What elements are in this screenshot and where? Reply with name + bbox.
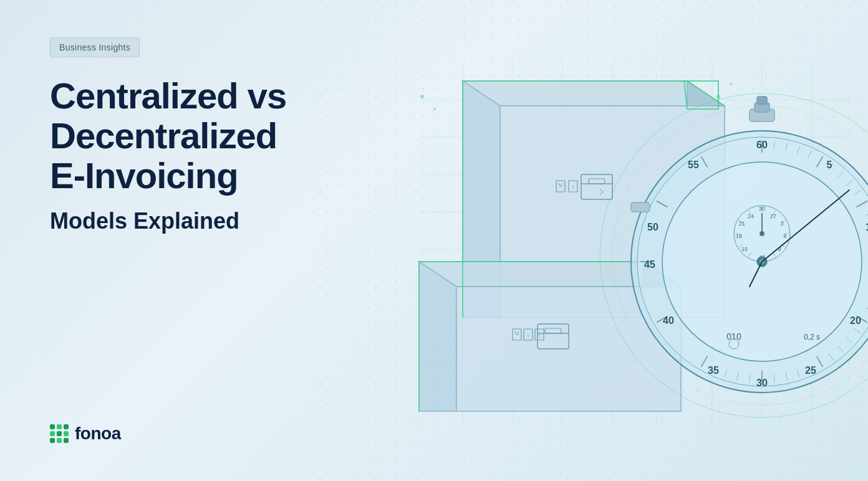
svg-text:40: 40 <box>663 315 674 326</box>
svg-point-144 <box>730 83 732 85</box>
svg-text:35: 35 <box>708 365 719 376</box>
logo-dot <box>57 424 62 429</box>
logo-dot <box>64 438 69 443</box>
main-title: Centralized vs Decentralized E-Invoicing <box>50 76 324 195</box>
badge-label: Business Insights <box>59 42 130 52</box>
logo-dot <box>50 424 55 429</box>
svg-text:20: 20 <box>850 315 861 326</box>
logo-dot <box>64 431 69 436</box>
svg-rect-137 <box>757 97 767 104</box>
svg-text:5: 5 <box>827 160 832 170</box>
svg-text:24: 24 <box>748 213 754 219</box>
svg-text:3: 3 <box>780 221 783 227</box>
svg-text:18: 18 <box>736 233 742 239</box>
svg-text:55: 55 <box>688 160 699 170</box>
svg-text:27: 27 <box>770 213 776 219</box>
logo-dot <box>50 438 55 443</box>
logo-dot <box>57 438 62 443</box>
svg-text:↑: ↑ <box>527 332 530 339</box>
svg-text:21: 21 <box>739 221 745 227</box>
logo-dot <box>57 431 62 436</box>
logo-dot <box>64 424 69 429</box>
svg-text:↑: ↑ <box>538 332 541 339</box>
svg-text:45: 45 <box>644 259 655 270</box>
svg-marker-30 <box>419 262 456 411</box>
svg-text:0,2 s: 0,2 s <box>804 333 820 341</box>
svg-text:30: 30 <box>756 378 768 388</box>
logo-area: fonoa <box>50 424 324 444</box>
hero-illustration: ↑ ↑ <box>338 0 868 481</box>
illustration-area: ↑ ↑ <box>338 0 868 481</box>
logo-dot <box>50 431 55 436</box>
subtitle: Models Explained <box>50 207 324 234</box>
svg-text:60: 60 <box>756 140 768 150</box>
svg-point-141 <box>420 95 424 98</box>
svg-rect-140 <box>631 202 650 212</box>
svg-text:50: 50 <box>647 222 658 232</box>
logo-text: fonoa <box>75 424 121 444</box>
logo-icon <box>50 424 69 443</box>
svg-text:10: 10 <box>866 222 868 232</box>
svg-text:30: 30 <box>759 206 765 212</box>
svg-point-142 <box>433 108 436 110</box>
svg-text:15: 15 <box>741 246 748 252</box>
svg-text:6: 6 <box>783 233 786 239</box>
svg-text:↑: ↑ <box>572 184 575 191</box>
content-area: Business Insights Centralized vs Decentr… <box>0 0 374 481</box>
svg-text:25: 25 <box>805 365 816 376</box>
svg-text:010: 010 <box>726 331 741 341</box>
category-badge: Business Insights <box>50 37 140 57</box>
